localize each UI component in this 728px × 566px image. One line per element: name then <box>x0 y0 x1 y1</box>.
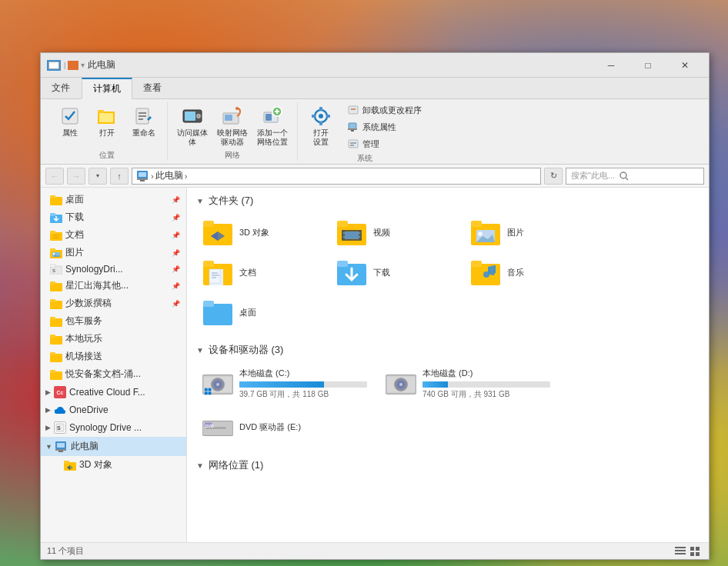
svg-rect-16 <box>265 114 272 121</box>
folders-title: 文件夹 (7) <box>209 194 254 208</box>
svg-rect-70 <box>57 443 65 448</box>
videos-folder-label: 视频 <box>373 227 390 238</box>
ribbon: 文件 计算机 查看 <box>41 78 709 165</box>
sidebar-item-pictures[interactable]: 图片 📌 <box>41 244 186 261</box>
network-items: 访问媒体体 映射网络驱动器 <box>174 102 291 148</box>
svg-point-122 <box>399 383 402 386</box>
svg-rect-76 <box>203 221 214 227</box>
settings-label: 打开设置 <box>313 128 329 147</box>
sidebar-item-desktop[interactable]: 桌面 📌 <box>41 191 186 208</box>
uninstall-programs-button[interactable]: 卸载或更改程序 <box>344 102 425 118</box>
folder-videos[interactable]: 视频 <box>330 214 461 251</box>
add-network-icon <box>260 104 285 128</box>
svg-text:S: S <box>52 268 55 273</box>
tab-file[interactable]: 文件 <box>41 78 82 98</box>
svg-rect-88 <box>471 221 482 227</box>
details-view-button[interactable] <box>673 545 687 558</box>
drive-d-icon <box>386 371 416 397</box>
forward-button[interactable]: → <box>67 168 85 185</box>
access-media-button[interactable]: 访问媒体体 <box>174 102 211 148</box>
refresh-button[interactable]: ↻ <box>544 168 563 185</box>
rename-button[interactable]: 重命名 <box>127 102 161 139</box>
ribbon-tabs: 文件 计算机 查看 <box>41 78 709 99</box>
sidebar-item-airport[interactable]: 机场接送 <box>41 348 186 365</box>
main-area: 桌面 📌 下载 📌 文档 📌 <box>41 188 709 542</box>
pictures-folder-icon <box>50 248 62 258</box>
network-chevron: ▼ <box>196 461 204 470</box>
svg-rect-93 <box>203 261 214 267</box>
large-icons-view-button[interactable] <box>689 545 703 558</box>
folder-pictures[interactable]: 图片 <box>464 214 595 251</box>
sidebar-onedrive[interactable]: ▶ OneDrive <box>41 401 186 418</box>
sidebar-synology-drive[interactable]: ▶ S Synology Drive ... <box>41 418 186 437</box>
drive-c-progress-fill <box>239 381 324 388</box>
folder-documents[interactable]: 文档 <box>196 254 327 291</box>
properties-button[interactable]: 属性 <box>53 102 87 139</box>
breadcrumb: › 此电脑 › <box>137 169 187 182</box>
sidebar-item-synology-dri[interactable]: S SynologyDri... 📌 <box>41 261 186 277</box>
monitor-icon <box>48 62 59 69</box>
sidebar-item-documents[interactable]: 文档 📌 <box>41 226 186 244</box>
drives-section-header[interactable]: ▼ 设备和驱动器 (3) <box>187 337 709 360</box>
up-button[interactable]: ↑ <box>110 168 129 185</box>
toolbar-bar: ← → ▾ ↑ › 此电脑 › ↻ 搜索" <box>41 165 709 188</box>
sidebar-creative-cloud[interactable]: ▶ Cc Creative Cloud F... <box>41 383 186 401</box>
folders-section-header[interactable]: ▼ 文件夹 (7) <box>187 188 709 211</box>
documents-folder-icon <box>50 230 62 241</box>
svg-text:S: S <box>57 425 61 431</box>
add-network-button[interactable]: 添加一个网络位置 <box>254 102 291 148</box>
sidebar-item-yuean[interactable]: 悦安备案文档-涌... <box>41 365 186 383</box>
folder-downloads[interactable]: 下载 <box>330 254 461 291</box>
pin-icon-pics: 📌 <box>172 249 180 257</box>
network-section-header[interactable]: ▼ 网络位置 (1) <box>187 452 709 475</box>
system-right: 卸载或更改程序 系统属性 <box>341 102 425 151</box>
drive-d[interactable]: 本地磁盘 (D:) 740 GB 可用，共 931 GB <box>379 363 556 405</box>
sidebar-item-downloads[interactable]: 下载 📌 <box>41 208 186 226</box>
open-button[interactable]: 打开 <box>90 102 124 139</box>
dvd-drive-name: DVD 驱动器 (E:) <box>239 421 367 433</box>
sidebar-item-bao[interactable]: 包车服务 <box>41 312 186 330</box>
sidebar-item-shaoshu[interactable]: 少数派撰稿 📌 <box>41 295 186 312</box>
svg-rect-71 <box>55 449 66 451</box>
recent-locations-button[interactable]: ▾ <box>88 168 107 185</box>
svg-point-37 <box>620 172 626 178</box>
search-box[interactable]: 搜索"此电... <box>566 168 704 185</box>
folder-music[interactable]: 音乐 <box>464 254 595 291</box>
svg-rect-3 <box>99 113 113 122</box>
svg-point-103 <box>483 271 489 278</box>
cc-chevron: ▶ <box>45 388 51 396</box>
open-settings-button[interactable]: 打开设置 <box>304 102 338 148</box>
sidebar-this-pc[interactable]: ▼ 此电脑 <box>41 437 186 456</box>
folders-chevron: ▼ <box>196 197 204 205</box>
address-bar[interactable]: › 此电脑 › <box>132 168 541 185</box>
svg-rect-56 <box>50 281 55 285</box>
tab-view[interactable]: 查看 <box>132 78 173 98</box>
svg-rect-72 <box>58 451 63 452</box>
svg-rect-107 <box>203 304 232 325</box>
drive-c[interactable]: 本地磁盘 (C:) 39.7 GB 可用，共 118 GB <box>196 363 373 405</box>
title-bar: | ▾ 此电脑 ─ □ ✕ <box>41 53 709 78</box>
manage-button[interactable]: 管理 <box>344 136 425 151</box>
sidebar-item-3d-objects[interactable]: 3D 对象 <box>41 456 186 474</box>
search-placeholder: 搜索"此电... <box>571 170 619 181</box>
map-drive-button[interactable]: 映射网络驱动器 <box>214 102 251 148</box>
pin-icon-ss: 📌 <box>172 300 180 308</box>
folder-3d-objects[interactable]: 3D 对象 <box>196 214 327 251</box>
uninstall-icon <box>347 104 359 116</box>
maximize-button[interactable]: □ <box>630 55 666 75</box>
drive-d-name: 本地磁盘 (D:) <box>422 368 550 379</box>
tab-computer[interactable]: 计算机 <box>82 78 132 99</box>
title-bar-extra: | <box>64 62 65 69</box>
folder-desktop[interactable]: 桌面 <box>196 294 327 331</box>
sidebar-item-local[interactable]: 本地玩乐 <box>41 330 186 348</box>
minimize-button[interactable]: ─ <box>593 55 629 75</box>
system-properties-button[interactable]: 系统属性 <box>344 119 425 135</box>
drive-dvd[interactable]: DVD DVD 驱动器 (E:) <box>196 411 373 446</box>
sidebar-item-xh[interactable]: 星汇出海其他... 📌 <box>41 277 186 295</box>
close-button[interactable]: ✕ <box>667 55 703 75</box>
explorer-window: | ▾ 此电脑 ─ □ ✕ 文件 计算机 查看 <box>40 52 710 560</box>
map-drive-label: 映射网络驱动器 <box>217 128 248 147</box>
back-button[interactable]: ← <box>45 168 64 185</box>
network-group-label: 网络 <box>225 150 240 161</box>
svg-rect-129 <box>675 553 686 554</box>
